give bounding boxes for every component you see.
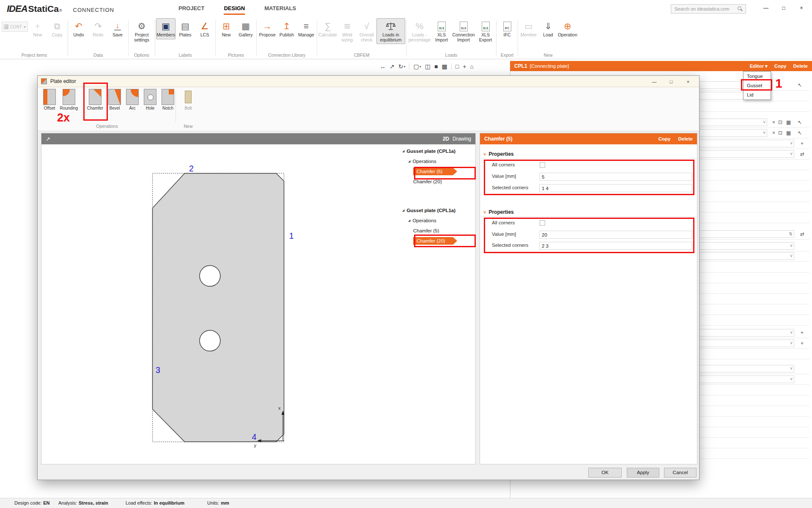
all-corners-checkbox[interactable] [540,220,545,226]
project-settings-button[interactable]: ⚙ Project settings [129,18,154,44]
tree-root[interactable]: ◢Gusset plate (CPL1a) [402,146,476,156]
plate-hole[interactable] [200,330,220,351]
weld-sizing-button[interactable]: ≋ Weld sizing [337,18,357,44]
value-input[interactable]: 5 [539,173,692,181]
collapse-icon[interactable]: ˅ [483,152,486,157]
notch-operation-button[interactable]: Notch [158,89,178,110]
manage-button[interactable]: ≡ Manage [296,18,316,39]
dialog-titlebar[interactable]: Plate editor — □ × [38,76,699,87]
undo-button[interactable]: ↶ Undo [69,18,88,39]
tree-group[interactable]: ◢Operations [402,215,476,226]
fullscreen-icon[interactable]: ↗ [390,63,395,70]
chamfer-operation-button[interactable]: Chamfer [85,89,105,110]
xls-export-button[interactable]: XLS XLS Export [476,18,495,44]
gusset-plate-shape[interactable] [153,173,284,442]
search-input[interactable] [671,4,746,14]
view-tab-label[interactable]: Drawing [453,136,471,142]
origin-icon[interactable]: + [463,63,466,70]
new-load-button[interactable]: ⇓ Load [538,18,558,39]
selected-corners-input[interactable]: 2 3 [539,242,692,250]
tree-item-chamfer-5-selected[interactable]: Chamfer (5) [402,166,476,177]
grid-icon[interactable]: ▦ [786,130,791,136]
expand-icon[interactable]: ↗ [46,136,50,142]
tree-item-chamfer-20-selected[interactable]: Chamfer (20) [402,236,476,246]
overall-check-button[interactable]: √ Overall check [357,18,376,44]
add-icon[interactable]: + [801,141,804,146]
gallery-button[interactable]: ▦ Gallery [236,18,255,39]
connection-import-button[interactable]: XLS Connection Import [451,18,476,44]
project-item-combo[interactable]: CONT ▾ [2,22,28,32]
properties-section-header[interactable]: ˅ Properties [480,149,697,159]
home-view-icon[interactable]: ⌂ [470,63,473,70]
menu-item-tongue[interactable]: Tongue [743,72,771,81]
menu-item-gusset[interactable]: Gusset [743,81,771,90]
grid-icon[interactable]: ▦ [786,119,791,125]
shaded-view-icon[interactable]: ▩ [442,63,447,70]
swap-icon[interactable]: ⇄ [800,231,804,237]
new-project-item-button[interactable]: + New [28,18,47,39]
tree-expander-icon[interactable]: ◢ [408,219,410,222]
layers-icon[interactable]: ⊡ [778,130,782,136]
fit-view-icon[interactable]: ↔ [380,63,386,70]
tree-item-chamfer-5[interactable]: Chamfer (5) [402,226,476,236]
plate-hole[interactable] [200,265,220,286]
new-picture-button[interactable]: ⊞ New [217,18,236,39]
rounding-operation-button[interactable]: Rounding [59,89,79,110]
new-operation-button[interactable]: ⊕ Operation [558,18,577,39]
add-icon[interactable]: + [801,330,804,336]
dialog-maximize-button[interactable]: □ [663,76,680,87]
selected-corners-input[interactable]: 1 4 [539,184,692,192]
collapse-icon[interactable]: ˅ [483,210,486,215]
cancel-button[interactable]: Cancel [664,468,697,478]
plate-drawing[interactable]: 2 1 3 4 x y [142,163,294,453]
copy-operation-button[interactable]: Copy [658,136,671,141]
cursor-icon[interactable]: ↖ [798,119,802,125]
editor-dropdown-button[interactable]: Editor ▾ [750,63,768,69]
maximize-button[interactable]: □ [776,3,791,14]
delete-operation-button[interactable]: Delete [678,136,693,141]
tree-expander-icon[interactable]: ◢ [402,149,404,153]
transparent-view-icon[interactable]: □ [455,63,459,70]
tree-expander-icon[interactable]: ◢ [408,160,410,163]
delete-connection-button[interactable]: Delete [793,64,808,69]
apply-button[interactable]: Apply [627,468,659,478]
ifc-export-button[interactable]: IFC IFC [497,18,517,39]
ok-button[interactable]: OK [588,468,622,478]
tab-design[interactable]: DESIGN [224,5,245,15]
delete-icon[interactable]: × [772,119,775,125]
arc-operation-button[interactable]: Arc [122,89,143,110]
dialog-close-button[interactable]: × [680,76,697,87]
save-button[interactable]: ↓ Save [108,18,127,39]
copy-project-item-button[interactable]: ⧉ Copy [47,18,67,39]
close-button[interactable]: × [794,3,809,14]
all-corners-checkbox[interactable] [540,162,545,168]
solid-view-icon[interactable]: ■ [434,63,438,70]
tree-root[interactable]: ◢Gusset plate (CPL1a) [402,205,476,215]
copy-connection-button[interactable]: Copy [774,64,787,69]
cursor-icon[interactable]: ↖ [798,82,802,88]
publish-button[interactable]: ↥ Publish [277,18,296,39]
tree-item-chamfer-20[interactable]: Chamfer (20) [402,177,476,187]
xls-import-button[interactable]: XLS XLS Import [432,18,451,44]
search-icon[interactable] [738,6,741,10]
tab-materials[interactable]: MATERIALS [264,5,296,15]
loads-in-equilibrium-button[interactable]: Loads in equilibrium [376,18,405,44]
layers-icon[interactable]: ⊡ [778,119,782,125]
tree-expander-icon[interactable]: ◢ [402,209,404,212]
delete-icon[interactable]: × [772,130,775,136]
propose-button[interactable]: → Propose [258,18,277,39]
bevel-operation-button[interactable]: Bevel [104,89,125,110]
lcs-labels-button[interactable]: ∠ LCS [195,18,214,39]
selection-mode-icon[interactable]: ▢▾ [413,63,421,70]
loads-percentage-button[interactable]: % Loads - percentage [407,18,432,44]
drawing-canvas[interactable]: 2 1 3 4 x y ◢Gusset plate (CPL1a) [41,144,475,464]
tab-project[interactable]: PROJECT [178,5,204,15]
minimize-button[interactable]: — [759,3,773,14]
add-icon[interactable]: + [801,340,804,346]
plates-labels-button[interactable]: ▤ Plates [176,18,195,39]
value-input[interactable]: 20 [539,231,692,239]
wireframe-view-icon[interactable]: ◫ [425,63,431,70]
tree-group[interactable]: ◢Operations [402,156,476,166]
dialog-minimize-button[interactable]: — [646,76,663,87]
redo-button[interactable]: ↷ Redo [88,18,108,39]
